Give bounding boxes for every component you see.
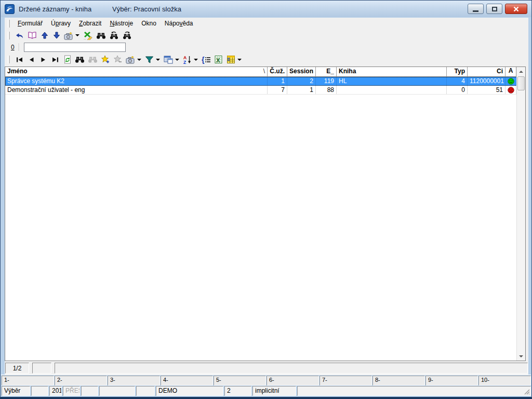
snapshot-button[interactable] (62, 30, 75, 41)
cell-e: 119 (316, 77, 337, 86)
find-previous-button[interactable] (108, 30, 121, 41)
add-bookmark-icon (101, 55, 110, 64)
column-header-e[interactable]: E_ (316, 67, 337, 77)
previous-record-button[interactable] (25, 54, 37, 65)
last-record-button[interactable] (49, 54, 61, 65)
find-next-button[interactable] (121, 30, 134, 41)
cell-cuz: 7 (268, 86, 287, 94)
status-profile: implicitní (252, 386, 296, 396)
menu-nastroje[interactable]: Nástroje (105, 19, 137, 28)
app-window: Držené záznamy - kniha Výběr: Pracovní s… (0, 0, 532, 399)
add-bookmark-button[interactable] (99, 54, 112, 65)
table-row[interactable]: Správce systému K2 1 2 119 HL 4 11200000… (5, 77, 525, 86)
status-slot: 1- (2, 376, 54, 385)
toolbar-grip[interactable] (8, 20, 10, 28)
move-up-button[interactable] (38, 30, 50, 41)
previous-record-icon (29, 57, 34, 62)
column-header-a[interactable]: A (506, 67, 516, 77)
status-slot: 10- (478, 376, 531, 385)
snapshot-records-button[interactable] (124, 54, 137, 65)
svg-text:...: ... (84, 37, 86, 40)
filter-dropdown-icon[interactable] (156, 59, 160, 61)
toolbar-grip[interactable] (8, 56, 10, 63)
close-button[interactable] (505, 4, 527, 14)
resize-grip-icon[interactable] (523, 388, 530, 395)
sort-dropdown-icon[interactable] (194, 59, 198, 61)
edit-export-button[interactable]: ... (82, 30, 95, 41)
quick-filter-row: 0 (5, 42, 528, 52)
find-records-button[interactable] (73, 54, 86, 65)
sort-button[interactable]: A Z (181, 54, 193, 65)
menu-okno[interactable]: Okno (137, 19, 161, 28)
menu-napoveda[interactable]: Nápověda (161, 19, 197, 28)
scroll-down-button[interactable] (517, 352, 525, 361)
find-icon (96, 32, 106, 39)
cell-session: 2 (287, 77, 316, 86)
cell-jmeno: Správce systému K2 (5, 77, 268, 86)
scroll-up-icon (519, 71, 523, 73)
menu-zobrazit[interactable]: Zobrazit (75, 19, 105, 28)
menu-formular[interactable]: Formulář (14, 19, 47, 28)
move-down-button[interactable] (50, 30, 62, 41)
excel-export-icon: X (214, 55, 223, 64)
filter-button[interactable] (143, 54, 155, 65)
camera-dropdown-icon[interactable] (75, 34, 79, 36)
cell-kniha (337, 86, 447, 94)
scroll-down-icon (519, 355, 523, 357)
column-header-session[interactable]: Session (287, 67, 316, 77)
scroll-up-button[interactable] (517, 67, 525, 76)
column-header-typ[interactable]: Typ (447, 67, 468, 77)
table-view-dropdown-icon[interactable] (237, 59, 242, 61)
camera-dropdown-icon[interactable] (137, 59, 141, 61)
remove-bookmark-icon (113, 55, 123, 64)
find-icon (75, 56, 85, 63)
book-button[interactable] (26, 30, 38, 41)
svg-text:X: X (216, 57, 220, 63)
undo-button[interactable] (14, 30, 26, 41)
pager-cell-empty (32, 363, 51, 374)
quick-filter-label: 0 (11, 44, 15, 51)
form-settings-button[interactable] (162, 54, 175, 65)
maximize-button[interactable] (486, 4, 502, 14)
window-subtitle: Výběr: Pracovní složka (112, 5, 181, 13)
table-row[interactable]: Demonstrační uživatel - eng 7 1 88 0 51 (5, 86, 525, 95)
column-header-cuz[interactable]: Č.už. (268, 67, 287, 77)
last-record-icon (52, 57, 59, 62)
close-icon (513, 6, 519, 12)
next-record-button[interactable] (37, 54, 49, 65)
status-bar: 1- 2- 3- 4- 5- 6- 7- 8- 9- 10- Výběr 201… (1, 375, 531, 397)
status-database: DEMO (156, 386, 223, 396)
column-header-ci[interactable]: Ci (468, 67, 506, 77)
form-settings-dropdown-icon[interactable] (175, 59, 179, 61)
svg-text:{: { (202, 56, 205, 64)
first-record-button[interactable] (14, 54, 25, 65)
quick-filter-input[interactable] (24, 43, 126, 52)
menu-upravy[interactable]: Úpravy (47, 19, 75, 28)
sort-az-icon: A Z (183, 55, 192, 64)
status-selection-mode: Výběr (2, 386, 30, 396)
status-slot: 2- (55, 376, 107, 385)
next-record-icon (41, 57, 46, 62)
cell-kniha: HL (337, 77, 447, 86)
column-header-jmeno[interactable]: Jméno \ (5, 67, 268, 77)
minimize-button[interactable] (468, 4, 484, 14)
table-view-button[interactable] (225, 54, 237, 65)
book-icon (28, 31, 37, 39)
status-value (81, 386, 98, 396)
camera-icon (126, 55, 135, 64)
column-header-kniha[interactable]: Kniha (337, 67, 447, 77)
title-bar: Držené záznamy - kniha Výběr: Pracovní s… (1, 1, 531, 17)
find-again-button-disabled: ... (86, 54, 99, 65)
toolbar-grip[interactable] (8, 32, 10, 39)
cell-status (506, 86, 516, 94)
find-button[interactable] (95, 30, 108, 41)
scrollbar-thumb[interactable] (517, 76, 525, 90)
filter-icon (145, 56, 154, 64)
cell-e: 88 (316, 86, 337, 94)
remove-bookmark-button (112, 54, 124, 65)
column-list-button[interactable]: { (200, 54, 212, 65)
status-slot: 8- (373, 376, 425, 385)
refresh-button[interactable] (61, 54, 73, 65)
vertical-scrollbar[interactable] (516, 67, 525, 361)
excel-export-button[interactable]: X (212, 54, 225, 65)
